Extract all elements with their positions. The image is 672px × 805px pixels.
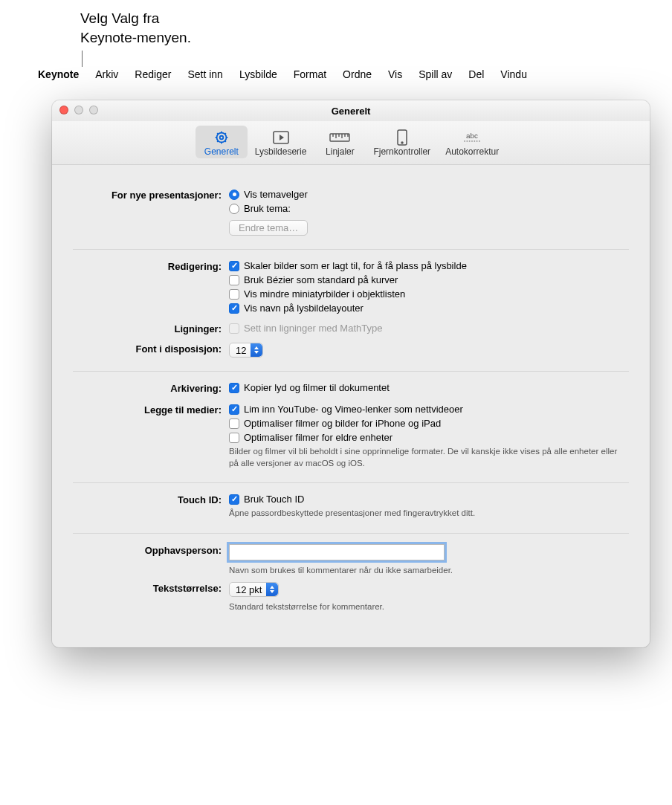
tab-label: Linjaler [326, 146, 355, 157]
prefs-content: For nye presentasjoner: Vis temavelger B… [52, 165, 650, 647]
check-label: Bruk Bézier som standard på kurver [244, 274, 398, 285]
preferences-window: Generelt Generelt Lysbildeserie Linjaler… [52, 100, 650, 647]
play-rect-icon [271, 129, 291, 146]
callout-text: Velg Valg fra Keynote-menyen. [80, 9, 191, 47]
menu-rediger[interactable]: Rediger [126, 68, 179, 80]
label-author: Opphavsperson: [73, 544, 229, 556]
check-bezier[interactable] [229, 275, 239, 285]
radio-label: Bruk tema: [244, 203, 291, 214]
tab-autokorrektur[interactable]: abc Autokorrektur [438, 126, 506, 158]
menubar: Keynote Arkiv Rediger Sett inn Lysbilde … [12, 65, 660, 83]
zoom-button[interactable] [89, 106, 98, 114]
window-title: Generelt [332, 106, 371, 117]
check-label: Skaler bilder som er lagt til, for å få … [244, 260, 467, 271]
select-value: 12 [236, 345, 246, 356]
callout-line [82, 51, 83, 67]
check-label: Bruk Touch ID [244, 494, 304, 505]
menu-format[interactable]: Format [285, 68, 335, 80]
menu-lysbilde[interactable]: Lysbilde [231, 68, 285, 80]
stepper-icon [251, 343, 262, 357]
menu-arkiv[interactable]: Arkiv [87, 68, 126, 80]
check-layout-names[interactable] [229, 303, 239, 314]
tab-label: Generelt [204, 146, 239, 157]
author-hint: Navn som brukes til kommentarer når du i… [229, 565, 629, 577]
media-hint: Bilder og filmer vil bli beholdt i sine … [229, 446, 629, 469]
text-size-hint: Standard tekststørrelse for kommentarer. [229, 601, 629, 613]
stepper-icon [266, 583, 278, 596]
outline-font-select[interactable]: 12 [229, 343, 263, 358]
prefs-toolbar: Generelt Lysbildeserie Linjaler Fjernkon… [52, 121, 650, 165]
label-equations: Ligninger: [73, 323, 229, 334]
check-label: Vis navn på lysbildelayouter [244, 303, 364, 314]
menu-sett-inn[interactable]: Sett inn [179, 68, 230, 80]
tab-label: Lysbildeserie [255, 146, 307, 157]
titlebar: Generelt [52, 100, 650, 121]
check-paste-web-video[interactable] [229, 404, 239, 415]
svg-point-1 [220, 136, 224, 140]
menu-vindu[interactable]: Vindu [492, 68, 535, 80]
menu-ordne[interactable]: Ordne [335, 68, 380, 80]
check-label: Optimaliser filmer for eldre enheter [244, 432, 392, 443]
svg-point-5 [401, 142, 403, 143]
ruler-icon [329, 129, 350, 146]
label-outline-font: Font i disposisjon: [73, 343, 229, 355]
select-value: 12 pkt [236, 584, 262, 595]
menu-spill-av[interactable]: Spill av [410, 68, 460, 80]
check-optimize-old[interactable] [229, 433, 239, 443]
tab-generelt[interactable]: Generelt [196, 126, 248, 158]
change-theme-button[interactable]: Endre tema… [229, 220, 308, 236]
check-copy-media[interactable] [229, 383, 239, 393]
check-mathtype [229, 323, 239, 334]
abc-icon: abc [462, 129, 482, 146]
device-icon [392, 129, 413, 146]
svg-text:abc: abc [466, 132, 478, 140]
check-touch-id[interactable] [229, 494, 239, 505]
label-archiving: Arkivering: [73, 382, 229, 394]
label-editing: Redigering: [73, 260, 229, 272]
tab-label: Autokorrektur [445, 146, 499, 157]
check-label: Lim inn YouTube- og Vimeo-lenker som net… [244, 404, 463, 415]
label-touch-id: Touch ID: [73, 494, 229, 505]
check-label: Optimaliser filmer og bilder for iPhone … [244, 418, 441, 429]
author-input[interactable] [229, 544, 445, 560]
svg-point-0 [216, 133, 226, 143]
minimize-button[interactable] [74, 106, 83, 114]
check-label: Kopier lyd og filmer til dokumentet [244, 382, 390, 393]
tab-linjaler[interactable]: Linjaler [314, 126, 366, 158]
menu-vis[interactable]: Vis [380, 68, 410, 80]
check-smaller-thumbs[interactable] [229, 289, 239, 300]
check-label: Vis mindre miniatyrbilder i objektlisten [244, 288, 405, 300]
radio-label: Vis temavelger [244, 189, 308, 200]
radio-show-theme-chooser[interactable] [229, 190, 239, 200]
tab-lysbildeserie[interactable]: Lysbildeserie [248, 126, 314, 158]
radio-use-theme[interactable] [229, 204, 239, 214]
close-button[interactable] [59, 106, 68, 114]
check-label: Sett inn ligninger med MathType [244, 323, 382, 334]
label-new-presentations: For nye presentasjoner: [73, 189, 229, 201]
menu-del[interactable]: Del [460, 68, 492, 80]
tab-label: Fjernkontroller [373, 146, 430, 157]
text-size-select[interactable]: 12 pkt [229, 582, 279, 597]
label-media: Legge til medier: [73, 404, 229, 416]
tab-fjernkontroller[interactable]: Fjernkontroller [366, 126, 438, 158]
menu-keynote[interactable]: Keynote [30, 68, 87, 80]
check-optimize-ios[interactable] [229, 418, 239, 429]
touch-id-hint: Åpne passordbeskyttede presentasjoner me… [229, 508, 629, 520]
label-text-size: Tekststørrelse: [73, 582, 229, 594]
gear-icon [211, 129, 232, 146]
check-scale-images[interactable] [229, 261, 239, 271]
